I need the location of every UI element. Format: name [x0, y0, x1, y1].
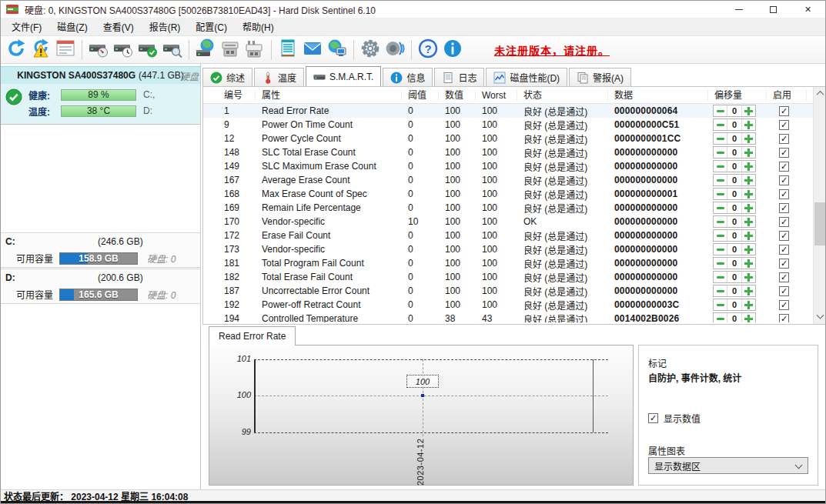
offset-stepper[interactable]: 0 — [713, 174, 756, 186]
scroll-down-button[interactable] — [814, 311, 826, 324]
offset-decrease-button[interactable] — [714, 147, 727, 158]
offset-increase-button[interactable] — [741, 189, 755, 199]
table-row[interactable]: 167Average Erase Count0100100良好 (总是通过)00… — [203, 173, 826, 187]
offset-increase-button[interactable] — [741, 272, 755, 282]
enabled-checkbox[interactable]: ✓ — [779, 120, 789, 130]
offset-decrease-button[interactable] — [714, 313, 727, 322]
maximize-button[interactable] — [756, 1, 791, 18]
offset-stepper[interactable]: 0 — [713, 118, 756, 131]
table-row[interactable]: 148SLC Total Erase Count0100100良好 (总是通过)… — [203, 145, 826, 159]
attribute-chart-select[interactable]: 显示数据区 — [648, 457, 808, 474]
tab-temperature[interactable]: 温度 — [254, 68, 304, 86]
toolbar-disk-search-button[interactable] — [161, 38, 184, 62]
chart-attribute-tab[interactable]: Read Error Rate — [209, 326, 296, 345]
offset-increase-button[interactable] — [741, 299, 755, 310]
offset-stepper[interactable]: 0 — [713, 105, 756, 117]
enabled-checkbox[interactable]: ✓ — [779, 314, 789, 323]
toolbar-network-computer-button[interactable] — [326, 38, 349, 62]
table-row[interactable]: 149SLC Maximum Erase Count0100100良好 (总是通… — [203, 159, 826, 173]
header-threshold[interactable]: 阈值 — [402, 89, 439, 102]
enabled-checkbox[interactable]: ✓ — [779, 189, 789, 199]
enabled-checkbox[interactable]: ✓ — [779, 134, 789, 144]
table-row[interactable]: 169Remain Life Percentage0100100良好 (总是通过… — [203, 201, 826, 215]
table-row[interactable]: 194Controlled Temperature03843良好 (总是通过)0… — [203, 312, 826, 322]
header-data[interactable]: 数据 — [608, 89, 708, 102]
toolbar-disk-clock-button[interactable] — [112, 38, 135, 62]
menu-item-help[interactable]: 帮助(H) — [235, 18, 282, 35]
header-worst[interactable]: Worst — [476, 89, 517, 102]
volume-c-panel[interactable]: C: (246.6 GB) 可用容量 158.9 GB 硬盘: 0 — [1, 232, 200, 268]
offset-stepper[interactable]: 0 — [713, 229, 756, 242]
table-row[interactable]: 9Power On Time Count0100100良好 (总是通过)0000… — [203, 118, 826, 132]
tab-performance[interactable]: 磁盘性能(D) — [486, 68, 567, 86]
tab-log[interactable]: 日志 — [434, 68, 484, 86]
offset-stepper[interactable]: 0 — [713, 188, 756, 200]
offset-increase-button[interactable] — [741, 119, 755, 130]
volume-d-panel[interactable]: D: (200.6 GB) 可用容量 165.6 GB 硬盘: 0 — [1, 269, 200, 304]
table-row[interactable]: 173Vendor-specific0100100良好 (总是通过)000000… — [203, 242, 826, 256]
show-values-option[interactable]: ✓ 显示数值 — [648, 412, 701, 425]
toolbar-notes-button[interactable] — [276, 38, 299, 62]
offset-decrease-button[interactable] — [714, 133, 727, 144]
table-row[interactable]: 1Read Error Rate0100100良好 (总是通过)00000000… — [203, 104, 826, 118]
offset-increase-button[interactable] — [741, 244, 755, 255]
toolbar-network-disk-button[interactable] — [194, 38, 217, 62]
offset-stepper[interactable]: 0 — [713, 271, 756, 283]
toolbar-disk-gauge-button[interactable] — [87, 38, 110, 62]
data-point[interactable] — [421, 394, 424, 397]
enabled-checkbox[interactable]: ✓ — [779, 175, 789, 185]
offset-decrease-button[interactable] — [714, 244, 727, 255]
minimize-button[interactable] — [721, 1, 756, 18]
menu-item-report[interactable]: 报告(R) — [142, 18, 189, 35]
tab-alerts[interactable]: 警报(A) — [569, 68, 631, 86]
toolbar-settings-gear-button[interactable] — [359, 38, 382, 62]
header-value[interactable]: 数值 — [439, 89, 476, 102]
toolbar-disk-connect-button[interactable] — [243, 38, 266, 62]
register-link[interactable]: 未注册版本，请注册。 — [494, 42, 610, 58]
enabled-checkbox[interactable]: ✓ — [779, 203, 789, 213]
offset-decrease-button[interactable] — [714, 258, 727, 269]
offset-stepper[interactable]: 0 — [713, 312, 756, 322]
offset-decrease-button[interactable] — [714, 230, 727, 241]
toolbar-help-button[interactable]: ? — [416, 38, 440, 62]
enabled-checkbox[interactable]: ✓ — [779, 286, 789, 296]
toolbar-info-button[interactable] — [441, 38, 464, 62]
show-values-checkbox[interactable]: ✓ — [648, 413, 658, 423]
offset-increase-button[interactable] — [741, 161, 755, 172]
menu-item-disk[interactable]: 磁盘(Z) — [49, 18, 95, 35]
offset-increase-button[interactable] — [741, 105, 755, 116]
offset-increase-button[interactable] — [741, 216, 755, 227]
offset-stepper[interactable]: 0 — [713, 202, 756, 214]
offset-decrease-button[interactable] — [714, 175, 727, 185]
tab-information[interactable]: 信息 — [383, 68, 433, 86]
header-enabled[interactable]: 启用 — [767, 89, 807, 102]
offset-stepper[interactable]: 0 — [713, 299, 756, 311]
enabled-checkbox[interactable]: ✓ — [779, 217, 789, 227]
header-attribute[interactable]: 属性 — [256, 89, 402, 102]
table-row[interactable]: 172Erase Fail Count0100100良好 (总是通过)00000… — [203, 229, 826, 242]
table-row[interactable]: 192Power-off Retract Count0100100良好 (总是通… — [203, 298, 826, 312]
enabled-checkbox[interactable]: ✓ — [779, 300, 789, 310]
table-row[interactable]: 168Max Erase Count of Spec0100100良好 (总是通… — [203, 187, 826, 201]
table-row[interactable]: 181Total Program Fail Count0100100良好 (总是… — [203, 256, 826, 270]
offset-increase-button[interactable] — [741, 202, 755, 213]
offset-decrease-button[interactable] — [714, 105, 727, 116]
close-button[interactable]: × — [791, 1, 825, 18]
offset-increase-button[interactable] — [741, 133, 755, 144]
toolbar-disk-test-button[interactable] — [136, 38, 159, 62]
scroll-up-button[interactable] — [814, 87, 826, 100]
offset-increase-button[interactable] — [741, 313, 755, 322]
toolbar-refresh-button[interactable] — [5, 38, 28, 62]
header-id[interactable]: 编号 — [203, 89, 256, 102]
offset-stepper[interactable]: 0 — [713, 285, 756, 297]
offset-decrease-button[interactable] — [714, 161, 727, 172]
menu-item-file[interactable]: 文件(F) — [4, 18, 49, 35]
offset-stepper[interactable]: 0 — [713, 243, 756, 255]
offset-increase-button[interactable] — [741, 258, 755, 269]
enabled-checkbox[interactable]: ✓ — [779, 231, 789, 241]
enabled-checkbox[interactable]: ✓ — [779, 245, 789, 255]
enabled-checkbox[interactable]: ✓ — [779, 272, 789, 282]
table-row[interactable]: 170Vendor-specific10100100OK000000000000… — [203, 215, 826, 229]
toolbar-disk-eject-button[interactable] — [219, 38, 242, 62]
offset-increase-button[interactable] — [741, 285, 755, 296]
